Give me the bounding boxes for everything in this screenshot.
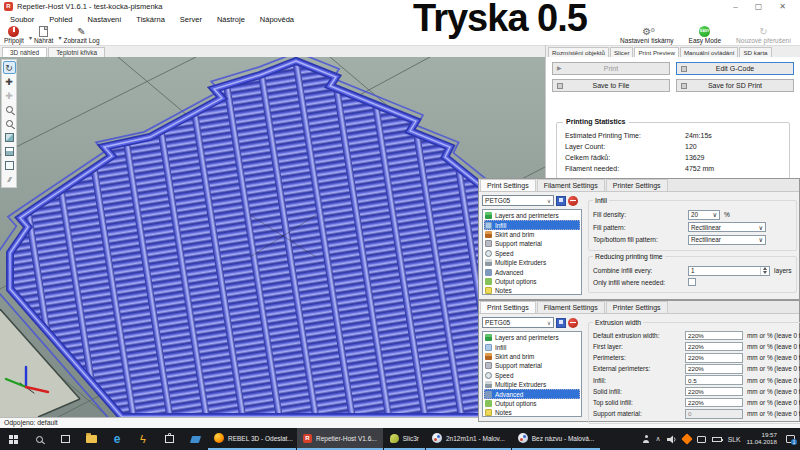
store-button[interactable] [156, 428, 182, 450]
display-icon[interactable] [697, 436, 706, 443]
speaker-icon[interactable] [667, 435, 677, 444]
maximize-button[interactable]: ▢ [755, 2, 763, 11]
isometric-view-tool[interactable] [3, 131, 16, 144]
move-view-tool[interactable]: ✚ [3, 75, 16, 88]
move-object-tool[interactable]: ✚ [3, 89, 16, 102]
rotate-view-tool[interactable]: ↻ [3, 61, 16, 74]
first-layer-input[interactable]: 220% [685, 342, 743, 352]
print-button[interactable]: ▶ Print [552, 62, 670, 75]
menu-tiskarna[interactable]: Tiskárna [136, 15, 164, 24]
daemon-tools-button[interactable]: ϟ [130, 428, 156, 450]
taskbar-app-slic3r[interactable]: Slic3r [384, 428, 425, 450]
taskbar-app-rebel3d[interactable]: REBEL 3D - Odeslat... [208, 428, 296, 450]
save-preset-icon[interactable] [556, 318, 566, 328]
external-perimeters-input[interactable]: 220% [685, 364, 743, 374]
edit-gcode-button[interactable]: Edit G-Code [676, 62, 794, 75]
list-item-skirt[interactable]: Skirt and brim [484, 230, 580, 239]
3d-scene-canvas[interactable] [0, 57, 545, 417]
zoom-out-tool[interactable] [3, 117, 16, 130]
minimize-button[interactable]: – [733, 2, 737, 11]
taskbar-app-paint2[interactable]: Bez názvu - Malová... [512, 428, 600, 450]
spinner-arrows-icon[interactable] [760, 267, 768, 275]
list-item-support[interactable]: Support material [484, 361, 580, 370]
list-item-extruders[interactable]: Multiple Extruders [484, 258, 580, 267]
default-extrusion-input[interactable]: 220% [685, 331, 743, 341]
infill-width-input[interactable]: 0.5 [685, 375, 743, 385]
perimeters-input[interactable]: 220% [685, 353, 743, 363]
fill-density-select[interactable]: 20 ∨ [688, 210, 720, 220]
people-icon[interactable] [643, 435, 650, 443]
taskbar-app-paint1[interactable]: 2n12m1n1 - Malov... [426, 428, 511, 450]
tab-printer-settings[interactable]: Printer Settings [606, 179, 668, 191]
top-solid-infill-input[interactable]: 220% [685, 398, 743, 408]
menu-nastaveni[interactable]: Nastavení [88, 15, 122, 24]
list-item-infill[interactable]: Infill [484, 220, 580, 229]
list-item-layers[interactable]: Layers and perimeters [484, 211, 580, 220]
solid-infill-input[interactable]: 220% [685, 387, 743, 397]
tab-slicer[interactable]: Slicer [610, 47, 633, 57]
list-item-advanced[interactable]: Advanced [484, 267, 580, 276]
list-item-support[interactable]: Support material [484, 239, 580, 248]
tab-print-settings[interactable]: Print Settings [480, 179, 536, 191]
3d-viewport[interactable]: ↻ ✚ ✚ // [0, 57, 545, 417]
list-item-infill[interactable]: Infill [484, 342, 580, 351]
menu-nastroje[interactable]: Nástroje [217, 15, 245, 24]
taskbar-clock[interactable]: 19:57 11.04.2018 [746, 432, 777, 446]
tab-filament-settings[interactable]: Filament Settings [537, 179, 605, 191]
tab-manual-control[interactable]: Manuální ovládání [680, 47, 739, 57]
list-item-layers[interactable]: Layers and perimeters [484, 333, 580, 342]
tab-sd-card[interactable]: SD karta [739, 47, 771, 57]
pinned-app-button[interactable] [182, 428, 208, 450]
task-view-button[interactable] [52, 428, 78, 450]
tab-print-preview[interactable]: Print Preview [634, 47, 678, 57]
save-preset-icon[interactable] [556, 196, 566, 206]
delete-preset-icon[interactable] [568, 318, 578, 328]
start-button[interactable] [0, 428, 26, 450]
load-dropdown-caret-icon[interactable]: ▾ [58, 31, 61, 41]
top-bottom-pattern-select[interactable]: Rectilinear ∨ [688, 235, 766, 245]
easy-mode-button[interactable]: EASY Easy Mode [689, 26, 722, 44]
menu-napoveda[interactable]: Nápověda [260, 15, 294, 24]
close-button[interactable]: ✕ [779, 2, 786, 11]
show-log-button[interactable]: ✎ Zobrazit Log [63, 26, 99, 44]
list-item-speed[interactable]: Speed [484, 371, 580, 380]
list-item-notes[interactable]: Notes [484, 286, 580, 295]
list-item-skirt[interactable]: Skirt and brim [484, 352, 580, 361]
taskbar-search-button[interactable] [26, 428, 52, 450]
language-indicator[interactable]: SLK [728, 436, 741, 443]
top-view-tool[interactable] [3, 159, 16, 172]
menu-pohled[interactable]: Pohled [49, 15, 72, 24]
combine-infill-spinner[interactable]: 1 [688, 266, 770, 276]
tab-3d-view[interactable]: 3D náhled [2, 47, 47, 57]
file-explorer-button[interactable] [78, 428, 104, 450]
list-item-advanced[interactable]: Advanced [484, 389, 580, 398]
tab-object-placement[interactable]: Rozmístění objektů [548, 47, 609, 57]
connect-dropdown-caret-icon[interactable]: ▾ [29, 31, 32, 41]
fill-pattern-select[interactable]: Rectilinear ∨ [688, 222, 766, 232]
parallel-projection-tool[interactable]: // [3, 173, 16, 186]
tab-print-settings[interactable]: Print Settings [480, 301, 536, 313]
menu-soubor[interactable]: Soubor [10, 15, 34, 24]
tab-filament-settings[interactable]: Filament Settings [537, 301, 605, 313]
action-center-icon[interactable]: 1 [786, 435, 795, 443]
menu-server[interactable]: Server [180, 15, 202, 24]
preset-select[interactable]: PETG05 ∨ [482, 195, 554, 206]
list-item-extruders[interactable]: Multiple Extruders [484, 380, 580, 389]
preset-select[interactable]: PETG05 ∨ [482, 317, 554, 328]
only-infill-checkbox[interactable] [688, 278, 696, 286]
load-button[interactable]: Náhrát [34, 26, 54, 44]
delete-preset-icon[interactable] [568, 196, 578, 206]
list-item-notes[interactable]: Notes [484, 408, 580, 417]
edge-button[interactable]: e [104, 428, 130, 450]
connect-button[interactable]: Připojit [4, 26, 24, 44]
front-view-tool[interactable] [3, 145, 16, 158]
zoom-in-tool[interactable] [3, 103, 16, 116]
save-for-sd-button[interactable]: Save for SD Print [676, 79, 794, 92]
tab-printer-settings[interactable]: Printer Settings [606, 301, 668, 313]
save-to-file-button[interactable]: Save to File [552, 79, 670, 92]
tray-expand-chevron-icon[interactable]: ∧ [656, 435, 661, 443]
emergency-stop-button[interactable]: ↻ Nouzové přerušení [736, 26, 791, 44]
tab-temperature-curve[interactable]: Teplotní křivka [48, 47, 105, 57]
battery-icon[interactable] [712, 437, 722, 442]
list-item-speed[interactable]: Speed [484, 249, 580, 258]
